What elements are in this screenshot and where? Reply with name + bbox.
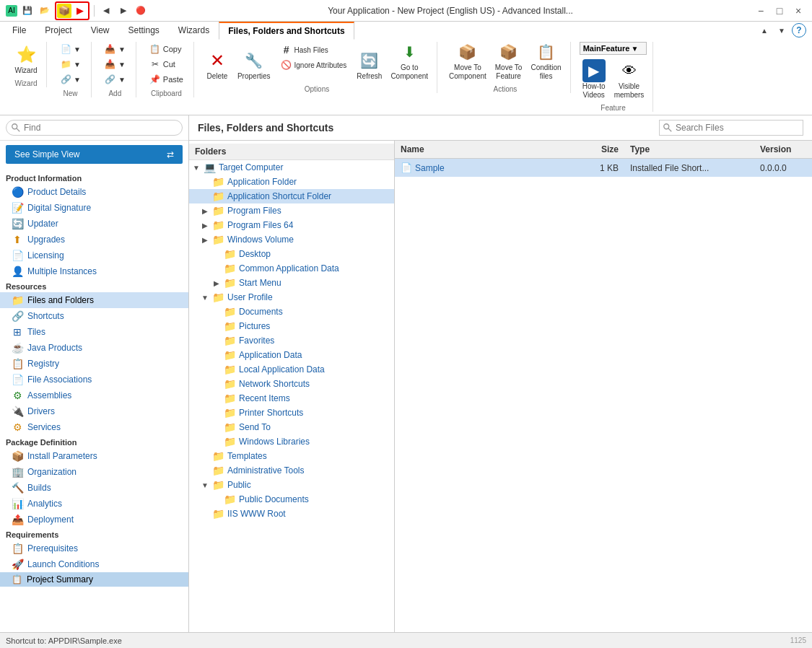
nav-registry[interactable]: 📋 Registry — [0, 356, 188, 372]
new-btn-2[interactable]: 📁▼ — [56, 57, 85, 71]
tree-arrow-up[interactable]: ▼ — [201, 293, 209, 302]
folder-admin-tools[interactable]: ▶ 📁 Administrative Tools — [189, 463, 394, 478]
goto-component-btn[interactable]: ⬇ Go toComponent — [388, 39, 431, 82]
tab-settings[interactable]: Settings — [119, 22, 169, 39]
maximize-btn[interactable]: □ — [772, 3, 787, 19]
move-to-component-btn[interactable]: 📦 Move ToComponent — [446, 39, 489, 82]
tab-project[interactable]: Project — [35, 22, 81, 39]
ignore-attr-btn[interactable]: 🚫Ignore Attributes — [276, 58, 352, 72]
col-header-size[interactable]: Size — [581, 143, 624, 156]
quick-save-btn[interactable]: 💾 — [20, 4, 35, 18]
paste-btn[interactable]: 📌Paste — [145, 72, 188, 87]
folder-pictures[interactable]: ▶ 📁 Pictures — [189, 319, 394, 333]
folder-iis-www[interactable]: ▶ 📁 IIS WWW Root — [189, 507, 394, 521]
folder-program-files-64[interactable]: ▶ 📁 Program Files 64 — [189, 218, 394, 232]
col-header-name[interactable]: Name — [395, 143, 581, 156]
tab-wizards[interactable]: Wizards — [169, 22, 219, 39]
visible-members-btn[interactable]: 👁 Visiblemembers — [611, 58, 647, 101]
quick-btn-1[interactable]: 📦 — [57, 4, 71, 18]
folder-start-menu[interactable]: ▶ 📁 Start Menu — [189, 276, 394, 290]
nav-deployment[interactable]: 📤 Deployment — [0, 512, 188, 527]
cut-btn[interactable]: ✂Cut — [145, 57, 188, 71]
nav-tiles[interactable]: ⊞ Tiles — [0, 324, 188, 340]
folder-desktop[interactable]: ▶ 📁 Desktop — [189, 247, 394, 261]
copy-btn[interactable]: 📋Copy — [145, 42, 188, 56]
nav-project-summary[interactable]: 📋 Project Summary — [0, 572, 188, 587]
folder-common-app-data[interactable]: ▶ 📁 Common Application Data — [189, 261, 394, 276]
folder-send-to[interactable]: ▶ 📁 Send To — [189, 420, 394, 434]
howto-videos-btn[interactable]: ▶ How-toVideos — [580, 58, 608, 101]
help-button[interactable]: ? — [792, 23, 806, 38]
wizard-btn[interactable]: ⭐ Wizard — [12, 42, 40, 76]
tree-arrow-pf64[interactable]: ▶ — [201, 221, 209, 229]
nav-services[interactable]: ⚙ Services — [0, 419, 188, 435]
nav-analytics[interactable]: 📊 Analytics — [0, 496, 188, 512]
folder-templates[interactable]: ▶ 📁 Templates — [189, 449, 394, 463]
folder-user-profile[interactable]: ▼ 📁 User Profile — [189, 290, 394, 305]
tree-arrow-wv[interactable]: ▶ — [201, 235, 209, 244]
feature-selector[interactable]: MainFeature ▼ — [580, 42, 647, 55]
quick-icon-red[interactable]: 🔴 — [134, 4, 148, 18]
minimize-btn[interactable]: − — [753, 3, 769, 19]
folder-app-data[interactable]: ▶ 📁 Application Data — [189, 348, 394, 362]
nav-updater[interactable]: 🔄 Updater — [0, 216, 188, 232]
nav-shortcuts[interactable]: 🔗 Shortcuts — [0, 308, 188, 324]
tab-files-folders[interactable]: Files, Folders and Shortcuts — [219, 22, 354, 40]
hash-files-btn[interactable]: #Hash Files — [276, 43, 352, 57]
nav-digital-sig[interactable]: 📝 Digital Signature — [0, 200, 188, 216]
tree-arrow-sm[interactable]: ▶ — [212, 279, 221, 287]
file-row-sample[interactable]: 📄 Sample 1 KB Installed File Short... 0.… — [395, 159, 812, 177]
folder-recent-items[interactable]: ▶ 📁 Recent Items — [189, 391, 394, 406]
refresh-btn[interactable]: 🔄 Refresh — [354, 48, 385, 82]
folder-target-computer[interactable]: ▼ 💻 Target Computer — [189, 160, 394, 175]
nav-files-folders[interactable]: 📁 Files and Folders — [0, 292, 188, 308]
ribbon-scroll-down[interactable]: ▼ — [774, 23, 789, 38]
delete-btn[interactable]: ✕ Delete — [203, 48, 232, 82]
col-header-version[interactable]: Version — [754, 143, 812, 156]
nav-install-params[interactable]: 📦 Install Parameters — [0, 448, 188, 464]
nav-product-details[interactable]: 🔵 Product Details — [0, 184, 188, 200]
quick-back[interactable]: ◀ — [99, 4, 113, 18]
nav-prerequisites[interactable]: 📋 Prerequisites — [0, 540, 188, 556]
folder-app-folder[interactable]: ▶ 📁 Application Folder — [189, 175, 394, 189]
nav-multi-instances[interactable]: 👤 Multiple Instances — [0, 263, 188, 279]
nav-organization[interactable]: 🏢 Organization — [0, 464, 188, 480]
add-btn-2[interactable]: 📥▼ — [100, 57, 130, 71]
folder-documents[interactable]: ▶ 📁 Documents — [189, 305, 394, 319]
tree-arrow-pf[interactable]: ▶ — [201, 206, 209, 215]
nav-launch-conditions[interactable]: 🚀 Launch Conditions — [0, 556, 188, 572]
close-btn[interactable]: × — [790, 3, 806, 19]
view-toggle-btn[interactable]: See Simple View ⇄ — [6, 145, 183, 164]
properties-btn[interactable]: 🔧 Properties — [235, 48, 274, 82]
move-to-feature-btn[interactable]: 📦 Move ToFeature — [492, 39, 525, 82]
nav-upgrades[interactable]: ⬆ Upgrades — [0, 232, 188, 248]
nav-file-assoc[interactable]: 📄 File Associations — [0, 372, 188, 388]
quick-open-btn[interactable]: 📂 — [38, 4, 52, 18]
nav-builds[interactable]: 🔨 Builds — [0, 480, 188, 496]
nav-java-products[interactable]: ☕ Java Products — [0, 340, 188, 356]
tree-arrow-tc[interactable]: ▼ — [192, 163, 201, 172]
new-btn-3[interactable]: 🔗▼ — [56, 72, 85, 87]
tab-view[interactable]: View — [82, 22, 119, 39]
folder-favorites[interactable]: ▶ 📁 Favorites — [189, 333, 394, 348]
add-btn-3[interactable]: 🔗▼ — [100, 72, 130, 87]
quick-forward[interactable]: ▶ — [116, 4, 131, 18]
quick-btn-2[interactable]: ▶ — [73, 4, 87, 18]
col-header-type[interactable]: Type — [624, 143, 754, 156]
condition-files-btn[interactable]: 📋 Conditionfiles — [528, 39, 564, 82]
folder-printer-shortcuts[interactable]: ▶ 📁 Printer Shortcuts — [189, 406, 394, 420]
folder-public[interactable]: ▼ 📁 Public — [189, 478, 394, 492]
add-btn-1[interactable]: 📥▼ — [100, 42, 130, 56]
ribbon-scroll-up[interactable]: ▲ — [757, 23, 772, 38]
search-input[interactable] — [6, 120, 183, 136]
folder-program-files[interactable]: ▶ 📁 Program Files — [189, 203, 394, 218]
nav-licensing[interactable]: 📄 Licensing — [0, 248, 188, 263]
folder-app-shortcut[interactable]: ▶ 📁 Application Shortcut Folder — [189, 189, 394, 203]
nav-assemblies[interactable]: ⚙ Assemblies — [0, 388, 188, 403]
tab-file[interactable]: File — [3, 22, 35, 39]
folder-local-app-data[interactable]: ▶ 📁 Local Application Data — [189, 362, 394, 377]
file-search-input[interactable] — [659, 120, 803, 136]
nav-drivers[interactable]: 🔌 Drivers — [0, 403, 188, 419]
folder-network-shortcuts[interactable]: ▶ 📁 Network Shortcuts — [189, 377, 394, 391]
folder-windows-vol[interactable]: ▶ 📁 Windows Volume — [189, 232, 394, 247]
